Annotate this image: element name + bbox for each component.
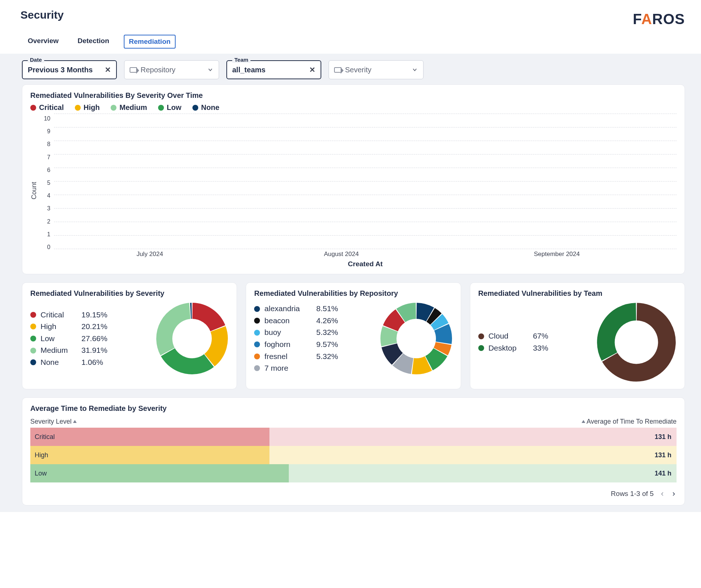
chevron-down-icon	[207, 66, 214, 73]
filter-date-value: Previous 3 Months	[28, 66, 93, 74]
page-title: Security	[20, 9, 64, 21]
table-row[interactable]: Low 141 h	[30, 464, 677, 482]
x-axis-label: Created At	[54, 260, 677, 268]
chart-by-severity: Remediated Vulnerabilities by Severity C…	[22, 282, 237, 389]
legend-item[interactable]: Low27.66%	[30, 333, 107, 345]
legend: Cloud67%Desktop33%	[478, 330, 548, 354]
tab-detection[interactable]: Detection	[73, 35, 114, 49]
table-row[interactable]: Critical 131 h	[30, 428, 677, 446]
table-row[interactable]: High 131 h	[30, 446, 677, 464]
legend-item[interactable]: High	[75, 103, 100, 112]
chart-title: Remediated Vulnerabilities by Severity	[30, 289, 229, 298]
chart-title: Remediated Vulnerabilities by Repository	[254, 289, 452, 298]
legend-item[interactable]: Medium	[111, 103, 147, 112]
filter-team-value: all_teams	[232, 66, 265, 74]
legend-item[interactable]: Cloud67%	[478, 330, 548, 342]
chart-legend: CriticalHighMediumLowNone	[30, 103, 677, 112]
chart-title: Remediated Vulnerabilities by Team	[478, 289, 677, 298]
y-axis-ticks: 109876543210	[40, 115, 50, 251]
bar-plot[interactable]: July 2024August 2024September 2024 Creat…	[54, 114, 677, 267]
pager-next[interactable]: ›	[671, 489, 677, 499]
filter-repository[interactable]: Repository	[124, 60, 219, 79]
filter-severity[interactable]: Severity	[329, 60, 424, 79]
legend-item[interactable]: alexandria8.51%	[254, 303, 338, 315]
chart-by-team: Remediated Vulnerabilities by Team Cloud…	[470, 282, 685, 389]
filter-repository-placeholder: Repository	[141, 66, 176, 74]
donut-chart[interactable]	[380, 302, 453, 375]
filter-severity-placeholder: Severity	[345, 66, 371, 74]
filter-team[interactable]: Team all_teams ✕	[226, 60, 321, 79]
chart-by-repository: Remediated Vulnerabilities by Repository…	[246, 282, 461, 389]
tab-overview[interactable]: Overview	[23, 35, 63, 49]
col-ttr[interactable]: Average of Time To Remediate	[582, 418, 677, 425]
tag-icon	[334, 67, 341, 73]
pager-text: Rows 1-3 of 5	[611, 490, 654, 498]
legend-item[interactable]: Desktop33%	[478, 342, 548, 354]
legend-more[interactable]: 7 more	[254, 362, 338, 374]
legend-item[interactable]: Low	[158, 103, 181, 112]
chart-title: Remediated Vulnerabilities By Severity O…	[30, 91, 677, 100]
tab-remediation[interactable]: Remediation	[124, 35, 176, 49]
filter-date[interactable]: Date Previous 3 Months ✕	[22, 60, 117, 79]
tabs: Overview Detection Remediation	[0, 27, 701, 49]
legend-item[interactable]: fresnel5.32%	[254, 351, 338, 363]
col-severity[interactable]: Severity Level	[30, 418, 77, 425]
chart-remediated-over-time: Remediated Vulnerabilities By Severity O…	[22, 84, 685, 274]
filter-team-label: Team	[232, 57, 250, 63]
clear-icon[interactable]: ✕	[105, 65, 111, 74]
legend-item[interactable]: None	[192, 103, 219, 112]
pager-prev[interactable]: ‹	[659, 489, 665, 499]
legend-item[interactable]: None1.06%	[30, 356, 107, 369]
chart-ttr-by-severity: Average Time to Remediate by Severity Se…	[22, 397, 685, 505]
legend-item[interactable]: Critical19.15%	[30, 309, 107, 321]
legend-item[interactable]: High20.21%	[30, 321, 107, 333]
pager: Rows 1-3 of 5 ‹ ›	[30, 489, 677, 499]
sort-asc-icon	[582, 420, 585, 424]
legend-item[interactable]: beacon4.26%	[254, 315, 338, 327]
chart-title: Average Time to Remediate by Severity	[30, 404, 677, 413]
legend: Critical19.15%High20.21%Low27.66%Medium3…	[30, 309, 107, 369]
brand-logo: FAROS	[633, 9, 685, 27]
legend-item[interactable]: foghorn9.57%	[254, 339, 338, 351]
x-axis-ticks: July 2024August 2024September 2024	[54, 251, 677, 258]
legend: alexandria8.51%beacon4.26%buoy5.32%fogho…	[254, 303, 338, 374]
sort-asc-icon	[73, 420, 77, 424]
filter-date-label: Date	[28, 57, 44, 63]
chevron-down-icon	[411, 66, 418, 73]
donut-chart[interactable]	[596, 302, 677, 382]
legend-item[interactable]: buoy5.32%	[254, 327, 338, 339]
tag-icon	[130, 67, 137, 73]
filter-bar: Date Previous 3 Months ✕ Repository Team…	[5, 60, 696, 84]
donut-chart[interactable]	[156, 302, 229, 375]
y-axis-label: Count	[30, 182, 38, 199]
clear-icon[interactable]: ✕	[309, 65, 315, 74]
legend-item[interactable]: Medium31.91%	[30, 344, 107, 356]
legend-item[interactable]: Critical	[30, 103, 64, 112]
